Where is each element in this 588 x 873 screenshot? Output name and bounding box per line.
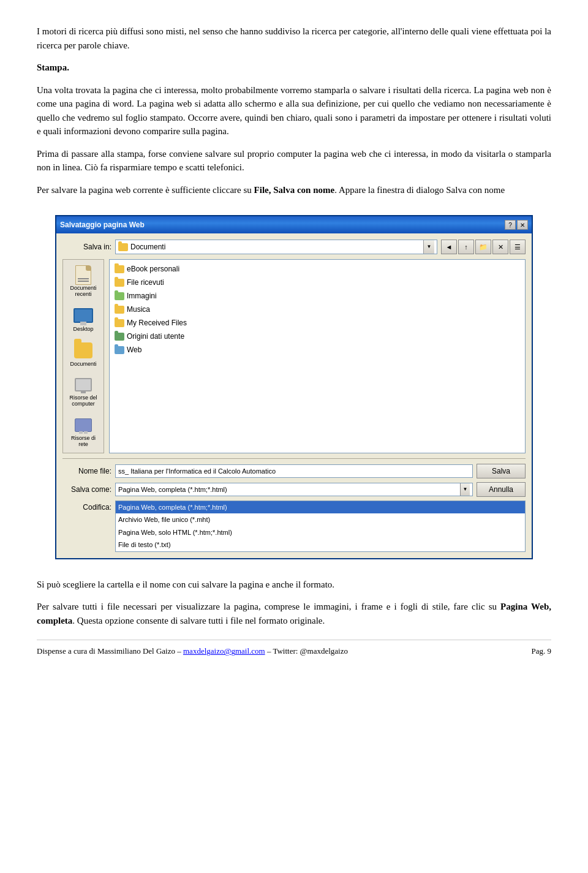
desktop-icon (73, 305, 94, 326)
sidebar-recent-docs[interactable]: Documenti recenti (64, 262, 102, 300)
savetype-combo[interactable]: Pagina Web, completa (*.htm;*.html) ▼ (115, 483, 473, 496)
network-label: Risorse di rete (66, 436, 101, 448)
titlebar-buttons: ? ✕ (505, 220, 528, 230)
dialog-body: Salva in: Documenti ▼ ◄ ↑ 📁 ✕ ☰ (56, 233, 532, 558)
back-button[interactable]: ◄ (441, 240, 457, 254)
file-item-web[interactable]: Web (112, 343, 522, 357)
footer-email[interactable]: maxdelgaizo@gmail.com (183, 646, 265, 656)
paragraph-5: Per salvare la pagina web corrente è suf… (37, 183, 551, 197)
file-item-received-name: File ricevuti (127, 277, 164, 288)
encoding-dropdown[interactable]: Pagina Web, completa (*.htm;*.html) Arch… (115, 501, 526, 552)
nav-buttons: ◄ ↑ 📁 ✕ ☰ (441, 240, 526, 254)
save-dialog-container: Salvataggio pagina Web ? ✕ Salva in: Doc… (55, 215, 533, 559)
main-content: I motori di ricerca più diffusi sono mis… (37, 25, 551, 627)
sidebar-docs[interactable]: Documenti (64, 338, 102, 370)
filename-label: Nome file: (62, 466, 111, 477)
encoding-option-1[interactable]: Pagina Web, completa (*.htm;*.html) (116, 501, 525, 514)
save-dialog: Salvataggio pagina Web ? ✕ Salva in: Doc… (55, 215, 533, 559)
dialog-title: Salvataggio pagina Web (60, 219, 145, 230)
file-item-music[interactable]: Musica (112, 303, 522, 316)
paragraph-3: Una volta trovata la pagina che ci inter… (37, 83, 551, 138)
sidebar-computer[interactable]: Risorse del computer (64, 372, 102, 410)
file-item-origins-name: Origini dati utente (127, 331, 184, 342)
save-in-row: Salva in: Documenti ▼ ◄ ↑ 📁 ✕ ☰ (62, 240, 526, 254)
save-button[interactable]: Salva (477, 464, 526, 478)
sidebar-network[interactable]: Risorse di rete (64, 412, 102, 450)
save-in-dropdown-arrow[interactable]: ▼ (423, 240, 434, 254)
sidebar-desktop[interactable]: Desktop (64, 303, 102, 335)
encoding-option-2[interactable]: Archivio Web, file unico (*.mht) (116, 513, 525, 526)
save-in-label: Salva in: (62, 241, 111, 252)
savetype-row: Salva come: Pagina Web, completa (*.htm;… (62, 482, 526, 497)
savetype-label: Salva come: (62, 484, 111, 495)
file-item-origins[interactable]: Origini dati utente (112, 330, 522, 343)
delete-button[interactable]: ✕ (492, 240, 508, 254)
savetype-dropdown-arrow[interactable]: ▼ (460, 483, 470, 496)
encoding-option-4[interactable]: File di testo (*.txt) (116, 539, 525, 551)
dialog-sidebar: Documenti recenti Desktop (62, 259, 104, 453)
footer-twitter: – Twitter: @maxdelgaizo (265, 646, 348, 656)
file-item-ebook[interactable]: eBook personali (112, 262, 522, 276)
dialog-titlebar: Salvataggio pagina Web ? ✕ (56, 216, 532, 233)
desktop-label: Desktop (73, 326, 93, 333)
view-button[interactable]: ☰ (510, 240, 526, 254)
save-in-combo[interactable]: Documenti ▼ (115, 240, 437, 254)
cancel-button[interactable]: Annulla (477, 482, 526, 497)
save-in-value: Documenti (130, 241, 165, 252)
after-dialog-2: Per salvare tutti i file necessari per v… (37, 600, 551, 627)
dialog-main-area: Documenti recenti Desktop (62, 259, 526, 453)
file-item-images-name: Immagini (127, 290, 157, 301)
file-list[interactable]: eBook personali File ricevuti (109, 259, 526, 453)
file-item-myreceived[interactable]: My Received Files (112, 316, 522, 330)
paragraph-1: I motori di ricerca più diffusi sono mis… (37, 25, 551, 52)
after-dialog-1: Si può scegliere la cartella e il nome c… (37, 578, 551, 592)
help-button[interactable]: ? (505, 220, 516, 230)
filename-row: Nome file: ss_ Italiana per l'Informatic… (62, 464, 526, 478)
file-item-music-name: Musica (127, 304, 150, 315)
network-icon (73, 415, 94, 436)
footer-credits: Dispense a cura di Massimiliano Del Gaiz… (37, 646, 183, 656)
encoding-row: Codifica: Pagina Web, completa (*.htm;*.… (62, 501, 526, 552)
recent-docs-label: Documenti recenti (66, 285, 101, 298)
new-folder-button[interactable]: 📁 (475, 240, 491, 254)
footer-page: Pag. 9 (532, 645, 552, 657)
close-button[interactable]: ✕ (517, 220, 528, 230)
computer-icon (73, 374, 94, 395)
footer: Dispense a cura di Massimiliano Del Gaiz… (37, 640, 551, 657)
paragraph-stamp: Stampa. (37, 61, 551, 75)
filename-value: ss_ Italiana per l'Informatica ed il Cal… (118, 466, 276, 477)
dialog-bottom-section: Nome file: ss_ Italiana per l'Informatic… (62, 458, 526, 552)
file-item-myreceived-name: My Received Files (127, 317, 187, 328)
footer-left: Dispense a cura di Massimiliano Del Gaiz… (37, 645, 348, 657)
docs-icon (73, 340, 94, 361)
file-item-web-name: Web (127, 344, 141, 355)
up-button[interactable]: ↑ (458, 240, 474, 254)
savetype-value: Pagina Web, completa (*.htm;*.html) (118, 485, 227, 495)
file-item-ebook-name: eBook personali (127, 263, 179, 274)
docs-label: Documenti (70, 361, 96, 368)
encoding-label: Codifica: (62, 501, 111, 513)
encoding-option-3[interactable]: Pagina Web, solo HTML (*.htm;*.html) (116, 526, 525, 539)
filename-input[interactable]: ss_ Italiana per l'Informatica ed il Cal… (115, 464, 473, 478)
computer-label: Risorse del computer (66, 395, 101, 407)
paragraph-4: Prima di passare alla stampa, forse conv… (37, 147, 551, 175)
file-item-images[interactable]: Immagini (112, 289, 522, 303)
file-item-received[interactable]: File ricevuti (112, 276, 522, 289)
recent-docs-icon (73, 265, 94, 285)
